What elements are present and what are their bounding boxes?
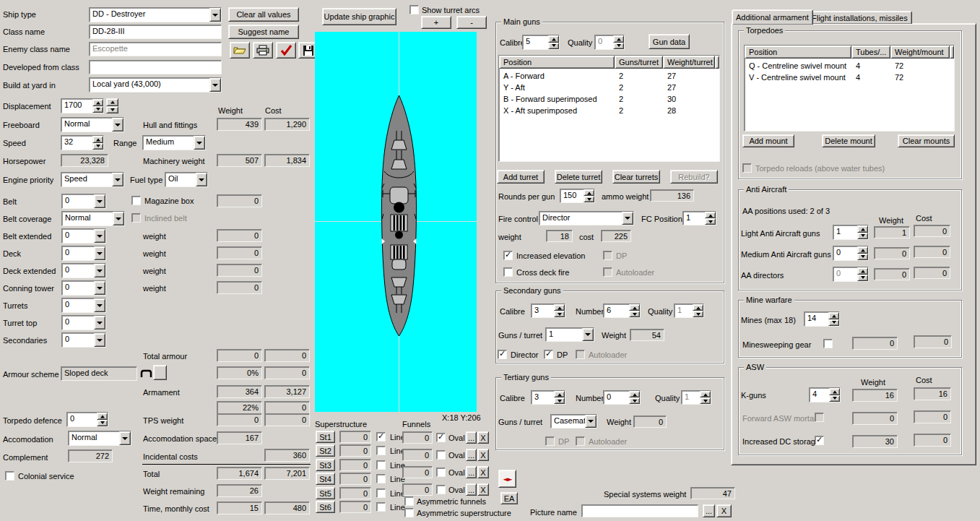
st3-button[interactable]: St3 xyxy=(316,459,335,471)
st5-line-checkbox[interactable] xyxy=(376,488,386,498)
spinner-buttons[interactable] xyxy=(857,267,868,281)
down-arrow-icon[interactable] xyxy=(857,275,868,282)
down-arrow-icon[interactable] xyxy=(554,397,565,404)
down-arrow-icon[interactable] xyxy=(97,420,108,427)
tab-additional-armament[interactable]: Additional armament xyxy=(732,9,813,25)
down-arrow-icon[interactable] xyxy=(829,395,840,402)
tertiary-number-spinner[interactable]: 0 xyxy=(603,390,641,405)
st6-button[interactable]: St6 xyxy=(316,501,335,513)
main-quality-spinner[interactable]: 0 xyxy=(594,35,625,50)
spinner-buttons[interactable] xyxy=(92,99,103,113)
accomodation-dropdown[interactable]: Normal xyxy=(68,431,131,446)
rounds-value[interactable]: 150 xyxy=(560,189,584,202)
st1-button[interactable]: St1 xyxy=(316,431,335,443)
down-arrow-icon[interactable] xyxy=(629,397,640,404)
spinner-buttons[interactable] xyxy=(700,391,711,404)
picture-clear-button[interactable]: X xyxy=(716,504,732,517)
spinner-buttons[interactable] xyxy=(584,189,594,202)
belt-extended-dropdown[interactable]: 0 xyxy=(61,228,106,244)
main-quality-value[interactable]: 0 xyxy=(595,35,613,49)
down-arrow-icon[interactable] xyxy=(828,319,839,327)
table-row[interactable]: A - Forward 2 27 xyxy=(499,71,719,82)
deck-dropdown[interactable]: 0 xyxy=(61,246,106,261)
deck-extended-dropdown[interactable]: 0 xyxy=(61,263,106,278)
funnel2-browse-button[interactable]: ... xyxy=(466,449,477,461)
update-ship-graphic-button[interactable]: Update ship graphic xyxy=(322,8,396,25)
spinner-buttons[interactable] xyxy=(97,413,108,426)
dropdown-button[interactable] xyxy=(209,78,221,92)
ship-type-dropdown[interactable]: DD - Destroyer xyxy=(89,7,222,22)
torpedo-defence-spinner[interactable]: 0 xyxy=(66,412,108,427)
up-arrow-icon[interactable] xyxy=(629,304,640,311)
st6-line-checkbox[interactable] xyxy=(376,502,386,512)
displacement-value[interactable]: 1700 xyxy=(61,99,92,113)
spinner-buttons[interactable] xyxy=(828,312,839,326)
fc-positions-spinner[interactable]: 1 xyxy=(682,211,716,225)
speed-spinner[interactable]: 32 xyxy=(61,135,104,150)
funnel1-oval-checkbox[interactable] xyxy=(436,433,446,442)
st1-line-checkbox[interactable] xyxy=(376,432,386,442)
kguns-value[interactable]: 4 xyxy=(810,388,829,402)
spinner-buttons[interactable] xyxy=(829,388,840,402)
clear-mounts-button[interactable]: Clear mounts xyxy=(898,134,955,147)
spinner-buttons[interactable] xyxy=(705,212,716,225)
fc-positions-value[interactable]: 1 xyxy=(683,212,705,225)
st3-line-checkbox[interactable] xyxy=(376,460,386,470)
funnel1-delete-button[interactable]: X xyxy=(477,431,489,444)
table-row[interactable]: V - Centreline swivel mount 4 72 xyxy=(745,72,954,84)
funnel4-browse-button[interactable]: ... xyxy=(466,483,477,496)
print-report-button[interactable] xyxy=(253,42,273,59)
class-name-input[interactable]: DD-28-III xyxy=(89,25,222,39)
light-aa-value[interactable]: 1 xyxy=(833,225,857,239)
st4-line-checkbox[interactable] xyxy=(376,474,386,483)
up-arrow-icon[interactable] xyxy=(705,212,716,218)
ship-graphic-canvas[interactable] xyxy=(315,32,477,412)
column-header-weight-mount[interactable]: Weight/mount xyxy=(890,46,950,59)
add-turret-button[interactable]: Add turret xyxy=(497,170,545,184)
tab-flight-installations[interactable]: Flight installations, missiles xyxy=(807,11,912,24)
suggest-name-button[interactable]: Suggest name xyxy=(228,25,299,39)
turrets-armour-dropdown[interactable]: 0 xyxy=(61,298,106,313)
dropdown-button[interactable] xyxy=(94,246,105,260)
funnel3-browse-button[interactable]: ... xyxy=(466,466,477,478)
show-turret-arcs-checkbox[interactable] xyxy=(409,5,419,14)
spinner-buttons[interactable] xyxy=(613,35,624,49)
picture-browse-button[interactable]: ... xyxy=(703,504,715,517)
down-arrow-icon[interactable] xyxy=(705,218,716,225)
funnel2-oval-checkbox[interactable] xyxy=(436,450,446,460)
table-row[interactable]: B - Forward superimposed 2 30 xyxy=(499,94,719,106)
delete-turret-button[interactable]: Delete turret xyxy=(555,170,602,184)
increased-dc-storage-checkbox[interactable] xyxy=(815,436,824,445)
up-arrow-icon[interactable] xyxy=(548,35,559,43)
dropdown-button[interactable] xyxy=(622,212,633,225)
aa-directors-spinner[interactable]: 0 xyxy=(833,267,869,282)
clear-turrets-button[interactable]: Clear turrets xyxy=(612,170,660,184)
displacement-spinner[interactable]: 1700 xyxy=(61,98,104,113)
spinner-buttons[interactable] xyxy=(693,304,703,317)
turret-top-dropdown[interactable]: 0 xyxy=(61,315,106,330)
developed-from-input[interactable] xyxy=(89,60,222,74)
displacement-fine-spinner[interactable] xyxy=(106,98,118,113)
spinner-buttons[interactable] xyxy=(548,35,559,49)
down-arrow-icon[interactable] xyxy=(92,106,103,113)
spinner-buttons[interactable] xyxy=(857,246,868,260)
dropdown-button[interactable] xyxy=(585,415,597,428)
tertiary-calibre-value[interactable]: 3 xyxy=(532,391,554,404)
zoom-in-button[interactable]: + xyxy=(421,16,451,29)
light-aa-spinner[interactable]: 1 xyxy=(833,225,869,240)
tertiary-number-value[interactable]: 0 xyxy=(604,391,629,404)
cross-deck-fire-checkbox[interactable] xyxy=(503,267,513,277)
down-arrow-icon[interactable] xyxy=(613,43,624,50)
down-arrow-icon[interactable] xyxy=(548,43,559,50)
medium-aa-spinner[interactable]: 0 xyxy=(833,246,869,261)
dropdown-button[interactable] xyxy=(94,264,105,277)
up-arrow-icon[interactable] xyxy=(829,388,840,395)
funnel4-oval-checkbox[interactable] xyxy=(436,485,446,494)
secondary-calibre-value[interactable]: 3 xyxy=(532,304,554,317)
up-arrow-icon[interactable] xyxy=(92,136,103,143)
up-arrow-icon[interactable] xyxy=(97,413,108,420)
up-arrow-icon[interactable] xyxy=(857,225,868,233)
dropdown-button[interactable] xyxy=(112,173,123,186)
secondaries-armour-dropdown[interactable]: 0 xyxy=(61,332,106,348)
dropdown-button[interactable] xyxy=(209,8,221,22)
